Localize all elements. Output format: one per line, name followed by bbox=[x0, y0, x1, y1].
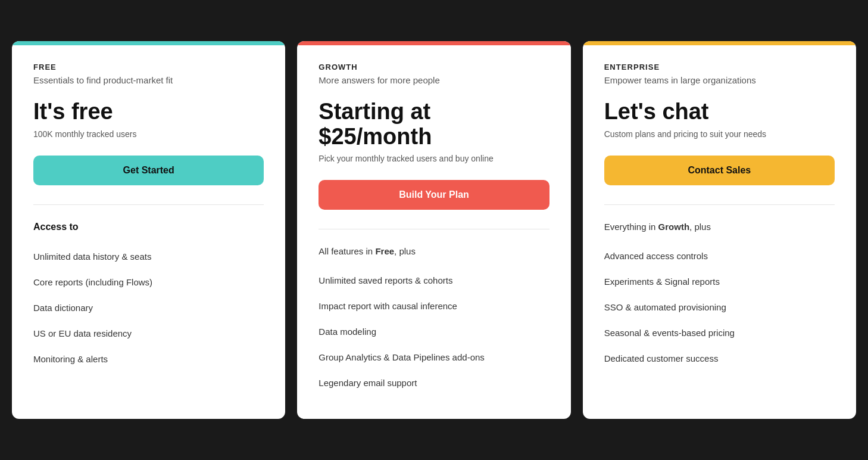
plan-price-note: 100K monthly tracked users bbox=[33, 129, 264, 139]
card-top-bar-free bbox=[12, 41, 285, 45]
card-top-bar-enterprise bbox=[583, 41, 856, 45]
pricing-card-free: FREEEssentials to find product-market fi… bbox=[12, 41, 285, 419]
divider bbox=[319, 229, 549, 229]
feature-item: SSO & automated provisioning bbox=[604, 295, 835, 319]
feature-item: Data modeling bbox=[319, 319, 549, 344]
plan-button-enterprise[interactable]: Contact Sales bbox=[604, 156, 835, 185]
feature-item: Seasonal & events-based pricing bbox=[604, 321, 835, 345]
feature-item: Advanced access controls bbox=[604, 244, 835, 268]
feature-item: Unlimited saved reports & cohorts bbox=[319, 268, 549, 293]
plan-name: FREE bbox=[33, 63, 264, 72]
plan-price: It's free bbox=[33, 100, 264, 125]
pricing-card-growth: GROWTHMore answers for more peopleStarti… bbox=[297, 41, 570, 419]
feature-item: Monitoring & alerts bbox=[33, 347, 264, 371]
features-intro: All features in Free, plus bbox=[319, 246, 549, 256]
plan-tagline: More answers for more people bbox=[319, 75, 549, 85]
plan-button-free[interactable]: Get Started bbox=[33, 156, 264, 185]
features-intro: Everything in Growth, plus bbox=[604, 222, 835, 232]
feature-item: Group Analytics & Data Pipelines add-ons bbox=[319, 345, 549, 369]
feature-item: Experiments & Signal reports bbox=[604, 269, 835, 294]
feature-item: Unlimited data history & seats bbox=[33, 244, 264, 269]
plan-tagline: Essentials to find product-market fit bbox=[33, 75, 264, 85]
plan-price-note: Custom plans and pricing to suit your ne… bbox=[604, 129, 835, 139]
plan-name: GROWTH bbox=[319, 63, 549, 72]
pricing-card-enterprise: ENTERPRISEEmpower teams in large organiz… bbox=[583, 41, 856, 419]
plan-name: ENTERPRISE bbox=[604, 63, 835, 72]
plan-price-note: Pick your monthly tracked users and buy … bbox=[319, 154, 549, 163]
feature-item: Data dictionary bbox=[33, 296, 264, 320]
divider bbox=[604, 204, 835, 205]
feature-item: Dedicated customer success bbox=[604, 346, 835, 371]
plan-button-growth[interactable]: Build Your Plan bbox=[319, 180, 549, 210]
feature-item: Legendary email support bbox=[319, 371, 549, 395]
plan-tagline: Empower teams in large organizations bbox=[604, 75, 835, 85]
features-heading: Access to bbox=[33, 222, 264, 232]
feature-item: Impact report with causal inference bbox=[319, 294, 549, 318]
plan-price: Starting at $25/month bbox=[319, 100, 549, 150]
feature-item: US or EU data residency bbox=[33, 321, 264, 346]
plan-price: Let's chat bbox=[604, 100, 835, 125]
divider bbox=[33, 204, 264, 205]
pricing-container: FREEEssentials to find product-market fi… bbox=[12, 41, 856, 419]
card-top-bar-growth bbox=[297, 41, 570, 45]
feature-item: Core reports (including Flows) bbox=[33, 270, 264, 294]
